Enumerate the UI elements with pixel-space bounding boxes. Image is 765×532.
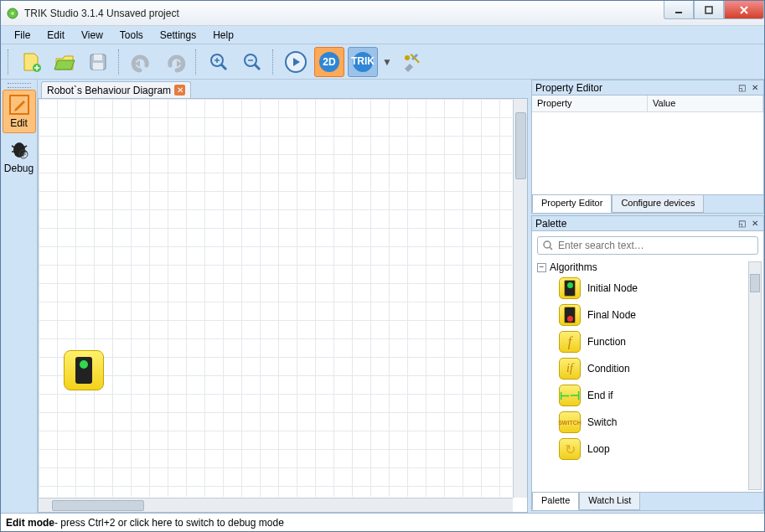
switch-icon: SWITCH: [559, 411, 581, 433]
tab-configure-devices[interactable]: Configure devices: [612, 195, 704, 213]
zoom-out-button[interactable]: [237, 47, 267, 77]
toolbar-grip[interactable]: [8, 49, 11, 75]
close-button[interactable]: [724, 1, 764, 19]
panel-close-icon[interactable]: ✕: [749, 82, 760, 93]
tab-palette[interactable]: Palette: [532, 493, 579, 510]
edit-mode-button[interactable]: Edit: [3, 90, 36, 133]
undo-button[interactable]: [127, 47, 157, 77]
palette-search[interactable]: [537, 236, 758, 255]
search-icon: [543, 240, 553, 251]
property-editor-panel: Property Editor ◱ ✕ Property Value Prope…: [531, 80, 764, 214]
svg-rect-3: [706, 7, 712, 13]
status-mode: Edit mode: [6, 517, 54, 529]
tab-property-editor[interactable]: Property Editor: [532, 195, 612, 213]
menu-tools[interactable]: Tools: [111, 27, 152, 44]
palette-item-function[interactable]: f Function: [537, 328, 760, 355]
svg-point-1: [11, 12, 14, 15]
svg-line-11: [255, 65, 260, 70]
final-node-icon: [559, 304, 581, 326]
toolbar: 2D TRIK ▼: [1, 44, 764, 80]
menu-view[interactable]: View: [73, 27, 111, 44]
new-file-button[interactable]: [16, 47, 46, 77]
edit-mode-label: Edit: [10, 117, 28, 129]
run-button[interactable]: [281, 47, 311, 77]
group-label: Algorithms: [550, 261, 597, 273]
palette-tree: − Algorithms Initial Node Final Node f F…: [532, 260, 763, 492]
panel-undock-icon[interactable]: ◱: [737, 218, 747, 229]
palette-item-condition[interactable]: if Condition: [537, 355, 760, 382]
palette-group-algorithms[interactable]: − Algorithms: [537, 260, 760, 275]
settings-tool-button[interactable]: [396, 47, 426, 77]
palette-item-end-if[interactable]: ⊢⊣ End if: [537, 382, 760, 409]
svg-line-29: [550, 247, 552, 250]
property-body: [532, 112, 763, 194]
menubar: File Edit View Tools Settings Help: [1, 26, 764, 44]
initial-node-block[interactable]: [64, 350, 104, 390]
palette-item-label: End if: [587, 390, 613, 401]
status-hint: - press Ctrl+2 or click here to switch t…: [54, 517, 284, 529]
doc-tab-behaviour[interactable]: Robot`s Behaviour Diagram ✕: [41, 81, 191, 98]
palette-title: Palette: [535, 218, 566, 230]
traffic-light-icon: [75, 357, 92, 384]
mode-strip: Edit Debug: [1, 80, 38, 513]
palette-item-label: Switch: [587, 416, 617, 428]
minimize-button[interactable]: [664, 1, 694, 19]
zoom-in-button[interactable]: [204, 47, 234, 77]
open-file-button[interactable]: [49, 47, 80, 77]
col-property[interactable]: Property: [532, 96, 648, 111]
svg-line-9: [221, 65, 226, 70]
function-icon: f: [559, 331, 581, 353]
debug-icon: [8, 139, 30, 161]
palette-item-label: Initial Node: [587, 282, 638, 294]
save-button[interactable]: [83, 47, 113, 77]
app-icon: [6, 7, 19, 20]
svg-point-17: [405, 55, 410, 60]
palette-item-label: Condition: [587, 363, 630, 374]
panel-close-icon[interactable]: ✕: [749, 218, 760, 229]
mode-dropdown[interactable]: ▼: [381, 47, 393, 77]
svg-point-28: [544, 241, 550, 248]
canvas-horizontal-scrollbar[interactable]: [39, 498, 513, 512]
tab-watch-list[interactable]: Watch List: [579, 493, 640, 510]
svg-rect-6: [94, 54, 102, 60]
titlebar: TRIK Studio 3.1.4 Unsaved project: [1, 1, 764, 26]
palette-item-label: Loop: [587, 443, 610, 455]
2d-mode-button[interactable]: 2D: [314, 47, 344, 77]
col-value[interactable]: Value: [648, 96, 763, 111]
collapse-icon[interactable]: −: [537, 263, 546, 272]
document-tabs: Robot`s Behaviour Diagram ✕: [38, 80, 528, 98]
status-bar[interactable]: Edit mode - press Ctrl+2 or click here t…: [1, 513, 764, 531]
panel-undock-icon[interactable]: ◱: [737, 82, 747, 93]
palette-scrollbar[interactable]: [748, 261, 762, 490]
svg-text:2D: 2D: [323, 56, 336, 68]
debug-mode-button[interactable]: Debug: [3, 135, 36, 178]
doc-tab-label: Robot`s Behaviour Diagram: [47, 85, 171, 96]
menu-settings[interactable]: Settings: [152, 27, 204, 44]
menu-file[interactable]: File: [6, 27, 39, 44]
end-if-icon: ⊢⊣: [559, 385, 581, 406]
property-editor-title: Property Editor: [535, 82, 602, 94]
svg-rect-7: [93, 63, 103, 70]
palette-panel: Palette ◱ ✕ − Algorithms Init: [531, 215, 764, 511]
palette-search-input[interactable]: [558, 240, 752, 251]
mode-strip-grip[interactable]: [8, 83, 31, 88]
toolbar-separator: [118, 49, 121, 75]
doc-tab-close[interactable]: ✕: [174, 85, 185, 96]
debug-mode-label: Debug: [4, 163, 34, 174]
canvas-vertical-scrollbar[interactable]: [513, 99, 527, 498]
diagram-canvas[interactable]: [39, 99, 512, 497]
palette-item-initial-node[interactable]: Initial Node: [537, 275, 760, 302]
toolbar-separator: [272, 49, 276, 75]
palette-item-loop[interactable]: ↻ Loop: [537, 436, 760, 462]
menu-help[interactable]: Help: [204, 27, 242, 44]
menu-edit[interactable]: Edit: [39, 27, 73, 44]
svg-rect-2: [675, 12, 682, 13]
palette-item-label: Final Node: [587, 309, 636, 321]
maximize-button[interactable]: [694, 1, 724, 19]
palette-item-final-node[interactable]: Final Node: [537, 302, 760, 328]
palette-item-label: Function: [587, 336, 626, 348]
trik-mode-button[interactable]: TRIK: [348, 47, 378, 77]
redo-button[interactable]: [160, 47, 190, 77]
palette-item-switch[interactable]: SWITCH Switch: [537, 409, 760, 436]
loop-icon: ↻: [559, 438, 581, 460]
